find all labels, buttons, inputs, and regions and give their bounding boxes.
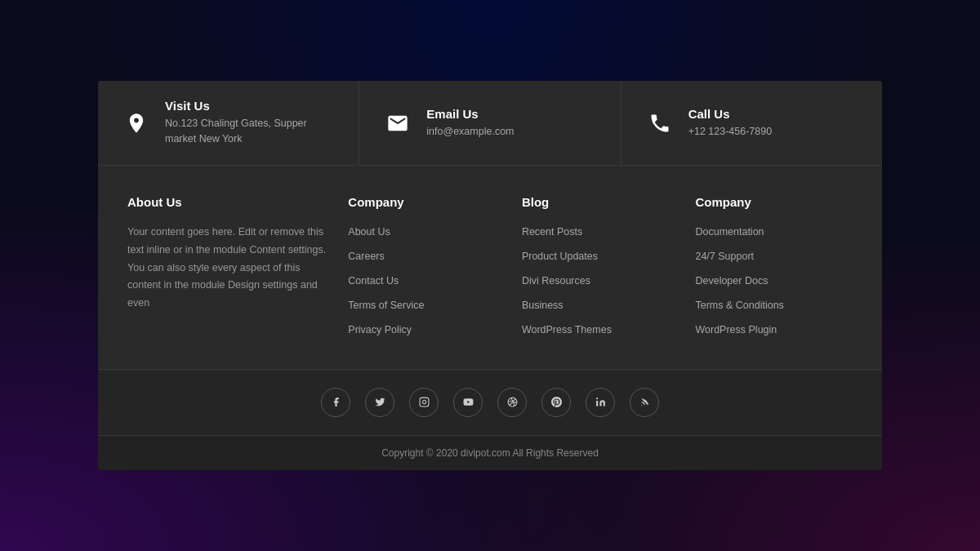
footer-blog-heading: Blog xyxy=(522,195,679,209)
phone-icon xyxy=(644,108,675,139)
list-item: Documentation xyxy=(695,224,853,238)
blog-link-4[interactable]: WordPress Themes xyxy=(522,324,612,335)
contact-email-title: Email Us xyxy=(426,107,514,121)
contact-call-text: Call Us +12 123-456-7890 xyxy=(688,107,773,140)
footer-main: About Us Your content goes here. Edit or… xyxy=(98,166,882,369)
footer-company1-links: About Us Careers Contact Us Terms of Ser… xyxy=(348,224,506,336)
contact-visit-text: Visit Us No.123 Chalingt Gates, Supper m… xyxy=(165,99,336,147)
rss-icon[interactable] xyxy=(630,388,659,417)
pinterest-icon[interactable] xyxy=(541,388,571,417)
svg-rect-0 xyxy=(420,398,429,407)
contact-call-title: Call Us xyxy=(688,107,773,121)
contact-visit-detail: No.123 Chalingt Gates, Supper market New… xyxy=(165,116,336,147)
footer-company1-col: Company About Us Careers Contact Us Term… xyxy=(348,195,506,346)
contact-visit: Visit Us No.123 Chalingt Gates, Supper m… xyxy=(98,81,359,165)
list-item: 24/7 Support xyxy=(695,248,853,263)
footer-company2-col: Company Documentation 24/7 Support Devel… xyxy=(695,195,853,346)
company1-link-2[interactable]: Contact Us xyxy=(348,275,399,287)
email-icon xyxy=(382,108,413,139)
blog-link-3[interactable]: Business xyxy=(522,300,564,311)
footer-company2-heading: Company xyxy=(695,195,853,209)
list-item: Recent Posts xyxy=(522,224,679,238)
contact-email-text: Email Us info@example.com xyxy=(426,107,514,140)
blog-link-1[interactable]: Product Updates xyxy=(522,251,598,262)
dribbble-icon[interactable] xyxy=(497,388,527,417)
contact-call-detail: +12 123-456-7890 xyxy=(688,124,773,140)
list-item: Product Updates xyxy=(522,248,679,263)
copyright-bar: Copyright © 2020 divipot.com All Rights … xyxy=(98,435,882,470)
blog-link-2[interactable]: Divi Resources xyxy=(522,275,590,287)
instagram-icon[interactable] xyxy=(409,388,439,417)
social-bar xyxy=(98,369,882,435)
list-item: Developer Docs xyxy=(695,273,853,287)
list-item: Careers xyxy=(348,248,506,263)
company2-link-0[interactable]: Documentation xyxy=(695,226,764,238)
company1-link-3[interactable]: Terms of Service xyxy=(348,300,424,311)
footer-about-desc: Your content goes here. Edit or remove t… xyxy=(127,224,332,313)
footer-company2-links: Documentation 24/7 Support Developer Doc… xyxy=(695,224,853,336)
company2-link-3[interactable]: Terms & Conditions xyxy=(695,300,783,311)
list-item: WordPress Plugin xyxy=(695,322,853,336)
twitter-icon[interactable] xyxy=(365,388,394,417)
list-item: Terms & Conditions xyxy=(695,297,853,312)
list-item: Contact Us xyxy=(348,273,506,287)
blog-link-0[interactable]: Recent Posts xyxy=(522,226,582,238)
company1-link-1[interactable]: Careers xyxy=(348,251,384,262)
copyright-text: Copyright © 2020 divipot.com All Rights … xyxy=(109,447,871,459)
linkedin-icon[interactable] xyxy=(586,388,615,417)
contact-email: Email Us info@example.com xyxy=(359,81,621,165)
list-item: Privacy Policy xyxy=(348,322,506,336)
list-item: Divi Resources xyxy=(522,273,679,287)
contact-visit-title: Visit Us xyxy=(165,99,336,113)
contact-call: Call Us +12 123-456-7890 xyxy=(621,81,882,165)
footer-about-col: About Us Your content goes here. Edit or… xyxy=(127,195,332,346)
company2-link-4[interactable]: WordPress Plugin xyxy=(695,324,777,335)
footer-blog-col: Blog Recent Posts Product Updates Divi R… xyxy=(522,195,679,346)
contact-bar: Visit Us No.123 Chalingt Gates, Supper m… xyxy=(98,81,882,166)
list-item: Terms of Service xyxy=(348,297,506,312)
company1-link-0[interactable]: About Us xyxy=(348,226,390,238)
svg-point-5 xyxy=(641,405,642,406)
footer-company1-heading: Company xyxy=(348,195,506,209)
footer-wrapper: Visit Us No.123 Chalingt Gates, Supper m… xyxy=(98,81,882,470)
location-icon xyxy=(121,108,152,139)
footer-blog-links: Recent Posts Product Updates Divi Resour… xyxy=(522,224,679,336)
footer-about-heading: About Us xyxy=(127,195,332,209)
contact-email-detail: info@example.com xyxy=(426,124,514,140)
facebook-icon[interactable] xyxy=(321,388,350,417)
list-item: Business xyxy=(522,297,679,312)
company1-link-4[interactable]: Privacy Policy xyxy=(348,324,412,335)
company2-link-1[interactable]: 24/7 Support xyxy=(695,251,754,262)
youtube-icon[interactable] xyxy=(453,388,483,417)
list-item: WordPress Themes xyxy=(522,322,679,336)
list-item: About Us xyxy=(348,224,506,238)
company2-link-2[interactable]: Developer Docs xyxy=(695,275,768,287)
svg-point-4 xyxy=(596,398,598,399)
